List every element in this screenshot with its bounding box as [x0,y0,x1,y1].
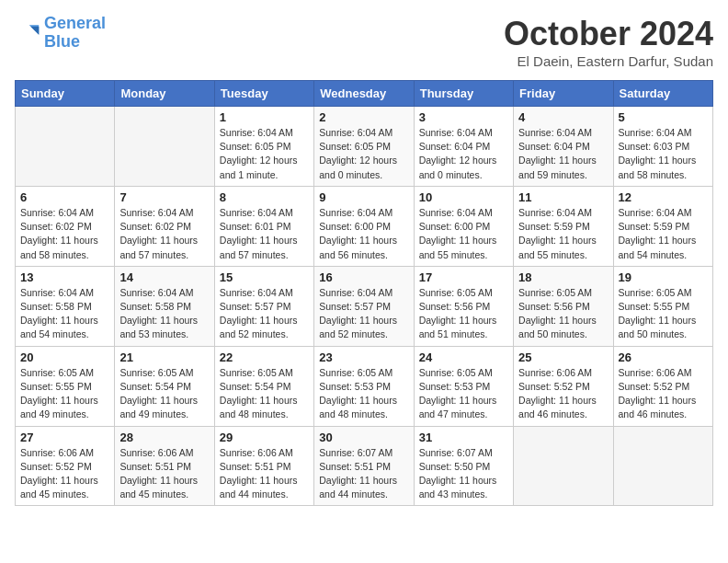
day-info: Sunrise: 6:06 AM Sunset: 5:52 PM Dayligh… [619,366,708,422]
calendar-cell [16,107,115,187]
day-number: 11 [518,190,608,204]
day-info: Sunrise: 6:07 AM Sunset: 5:51 PM Dayligh… [319,446,408,502]
calendar-cell: 5Sunrise: 6:04 AM Sunset: 6:03 PM Daylig… [613,107,712,187]
svg-rect-0 [15,20,40,46]
day-number: 28 [119,431,209,444]
day-number: 29 [220,431,309,444]
weekday-header: Tuesday [214,81,313,107]
calendar-cell: 30Sunrise: 6:07 AM Sunset: 5:51 PM Dayli… [314,426,414,506]
day-number: 4 [518,110,608,124]
day-info: Sunrise: 6:06 AM Sunset: 5:52 PM Dayligh… [20,446,109,502]
calendar-cell: 13Sunrise: 6:04 AM Sunset: 5:58 PM Dayli… [16,266,115,346]
calendar-cell: 9Sunrise: 6:04 AM Sunset: 6:00 PM Daylig… [314,186,414,266]
day-number: 10 [419,190,508,204]
calendar-week-row: 1Sunrise: 6:04 AM Sunset: 6:05 PM Daylig… [16,107,713,187]
calendar-cell: 10Sunrise: 6:04 AM Sunset: 6:00 PM Dayli… [414,186,513,266]
calendar-cell: 31Sunrise: 6:07 AM Sunset: 5:50 PM Dayli… [414,426,513,506]
day-number: 5 [619,110,708,124]
calendar-cell: 11Sunrise: 6:04 AM Sunset: 5:59 PM Dayli… [514,186,613,266]
day-info: Sunrise: 6:06 AM Sunset: 5:51 PM Dayligh… [220,446,309,502]
day-number: 20 [20,350,109,364]
day-number: 22 [220,350,309,364]
day-number: 15 [220,270,309,284]
calendar-cell: 6Sunrise: 6:04 AM Sunset: 6:02 PM Daylig… [16,186,115,266]
day-info: Sunrise: 6:04 AM Sunset: 6:04 PM Dayligh… [419,126,508,182]
calendar-cell: 18Sunrise: 6:05 AM Sunset: 5:56 PM Dayli… [514,266,613,346]
day-number: 18 [518,270,608,284]
logo: General Blue [15,15,106,52]
day-number: 21 [119,350,209,364]
calendar-cell: 1Sunrise: 6:04 AM Sunset: 6:05 PM Daylig… [214,107,313,187]
calendar-cell: 19Sunrise: 6:05 AM Sunset: 5:55 PM Dayli… [613,266,712,346]
day-number: 8 [220,190,309,204]
day-number: 25 [518,350,608,364]
weekday-header: Friday [514,81,613,107]
calendar-cell: 27Sunrise: 6:06 AM Sunset: 5:52 PM Dayli… [16,426,115,506]
weekday-header: Wednesday [314,81,414,107]
day-number: 3 [419,110,508,124]
day-number: 1 [220,110,309,124]
day-number: 12 [619,190,708,204]
calendar-cell: 24Sunrise: 6:05 AM Sunset: 5:53 PM Dayli… [414,346,513,426]
day-info: Sunrise: 6:04 AM Sunset: 6:03 PM Dayligh… [619,126,708,182]
day-info: Sunrise: 6:07 AM Sunset: 5:50 PM Dayligh… [419,446,508,502]
title-area: October 2024 El Daein, Eastern Darfur, S… [504,15,713,69]
day-info: Sunrise: 6:04 AM Sunset: 6:05 PM Dayligh… [220,126,309,182]
day-info: Sunrise: 6:04 AM Sunset: 6:04 PM Dayligh… [518,126,608,182]
calendar-cell: 2Sunrise: 6:04 AM Sunset: 6:05 PM Daylig… [314,107,414,187]
day-info: Sunrise: 6:05 AM Sunset: 5:54 PM Dayligh… [119,366,209,422]
calendar-cell: 17Sunrise: 6:05 AM Sunset: 5:56 PM Dayli… [414,266,513,346]
day-number: 9 [319,190,408,204]
calendar-cell: 7Sunrise: 6:04 AM Sunset: 6:02 PM Daylig… [115,186,214,266]
day-info: Sunrise: 6:05 AM Sunset: 5:55 PM Dayligh… [20,366,109,422]
day-info: Sunrise: 6:06 AM Sunset: 5:51 PM Dayligh… [119,446,209,502]
day-info: Sunrise: 6:04 AM Sunset: 5:58 PM Dayligh… [119,286,209,342]
calendar-cell [115,107,214,187]
day-info: Sunrise: 6:04 AM Sunset: 5:57 PM Dayligh… [319,286,408,342]
day-number: 30 [319,431,408,444]
calendar-cell: 14Sunrise: 6:04 AM Sunset: 5:58 PM Dayli… [115,266,214,346]
calendar-cell: 21Sunrise: 6:05 AM Sunset: 5:54 PM Dayli… [115,346,214,426]
day-info: Sunrise: 6:04 AM Sunset: 6:02 PM Dayligh… [20,206,109,262]
weekday-header: Monday [115,81,214,107]
day-info: Sunrise: 6:04 AM Sunset: 6:01 PM Dayligh… [220,206,309,262]
day-number: 17 [419,270,508,284]
weekday-header: Thursday [414,81,513,107]
weekday-header: Sunday [16,81,115,107]
calendar-cell: 16Sunrise: 6:04 AM Sunset: 5:57 PM Dayli… [314,266,414,346]
day-number: 27 [20,431,109,444]
calendar-week-row: 20Sunrise: 6:05 AM Sunset: 5:55 PM Dayli… [16,346,713,426]
month-title: October 2024 [504,15,713,53]
day-number: 19 [619,270,708,284]
calendar-week-row: 6Sunrise: 6:04 AM Sunset: 6:02 PM Daylig… [16,186,713,266]
calendar-cell: 25Sunrise: 6:06 AM Sunset: 5:52 PM Dayli… [514,346,613,426]
calendar-week-row: 27Sunrise: 6:06 AM Sunset: 5:52 PM Dayli… [16,426,713,506]
day-info: Sunrise: 6:06 AM Sunset: 5:52 PM Dayligh… [518,366,608,422]
day-number: 23 [319,350,408,364]
calendar-cell: 15Sunrise: 6:04 AM Sunset: 5:57 PM Dayli… [214,266,313,346]
calendar-cell: 26Sunrise: 6:06 AM Sunset: 5:52 PM Dayli… [613,346,712,426]
day-number: 7 [119,190,209,204]
day-info: Sunrise: 6:05 AM Sunset: 5:53 PM Dayligh… [319,366,408,422]
day-info: Sunrise: 6:04 AM Sunset: 6:02 PM Dayligh… [119,206,209,262]
day-number: 31 [419,431,508,444]
calendar-body: 1Sunrise: 6:04 AM Sunset: 6:05 PM Daylig… [16,107,713,506]
day-info: Sunrise: 6:04 AM Sunset: 5:59 PM Dayligh… [619,206,708,262]
day-info: Sunrise: 6:04 AM Sunset: 5:57 PM Dayligh… [220,286,309,342]
day-info: Sunrise: 6:05 AM Sunset: 5:53 PM Dayligh… [419,366,508,422]
day-info: Sunrise: 6:05 AM Sunset: 5:55 PM Dayligh… [619,286,708,342]
day-number: 2 [319,110,408,124]
page-header: General Blue October 2024 El Daein, East… [15,15,713,69]
day-info: Sunrise: 6:04 AM Sunset: 6:05 PM Dayligh… [319,126,408,182]
calendar-cell [613,426,712,506]
day-info: Sunrise: 6:05 AM Sunset: 5:56 PM Dayligh… [518,286,608,342]
calendar-cell: 28Sunrise: 6:06 AM Sunset: 5:51 PM Dayli… [115,426,214,506]
calendar-table: SundayMondayTuesdayWednesdayThursdayFrid… [15,80,713,506]
calendar-cell: 8Sunrise: 6:04 AM Sunset: 6:01 PM Daylig… [214,186,313,266]
calendar-cell: 22Sunrise: 6:05 AM Sunset: 5:54 PM Dayli… [214,346,313,426]
calendar-cell: 23Sunrise: 6:05 AM Sunset: 5:53 PM Dayli… [314,346,414,426]
calendar-cell: 20Sunrise: 6:05 AM Sunset: 5:55 PM Dayli… [16,346,115,426]
location: El Daein, Eastern Darfur, Sudan [504,53,713,69]
weekday-header: Saturday [613,81,712,107]
logo-icon [15,20,40,46]
